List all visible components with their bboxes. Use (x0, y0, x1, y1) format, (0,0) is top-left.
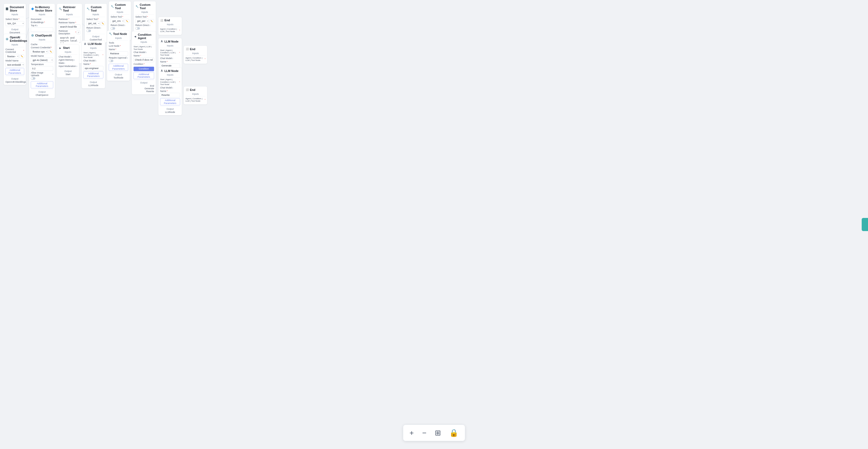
retriever-desc-textarea[interactable]: search and return local file (59, 35, 81, 43)
custom-tool-2-title: Custom Tool (115, 3, 129, 10)
oai-connect-edit-btn[interactable]: ✏️ (20, 54, 24, 58)
end-2-title: End (190, 47, 195, 51)
chat-oai-add-params-btn[interactable]: Additional Parameters (31, 82, 53, 89)
start-agent-memory-label: Agent Memory ℹ (59, 59, 77, 61)
llm3-name-label: Name * (160, 90, 180, 92)
ct2-return-direct-toggle[interactable] (111, 27, 115, 30)
top-k-info-icon: ℹ (37, 24, 38, 27)
teal-sidebar-indicator[interactable] (862, 218, 868, 231)
ct3-return-direct-label: Return Direct ℹ (135, 24, 154, 27)
end-node-2: ⬜ End Inputs Agent | Condition | LLM | T… (184, 46, 207, 64)
tool-node-add-params-btn[interactable]: Additional Parameters (109, 64, 128, 71)
oai-emb-inputs-label: Inputs (5, 43, 24, 46)
llm3-start-label: Start | Agent | Condition | LLM | Tool N… (160, 78, 180, 86)
tool-node: 🔧 Tool Node Inputs Tools LLM Node * Name… (107, 30, 130, 81)
ct3-inputs-label: Inputs (135, 11, 154, 14)
ct1-inputs-label: Inputs (87, 13, 105, 16)
chat-openai-node: ⚙️ ChatOpenAI Inputs Cache Connect Crede… (29, 32, 55, 98)
start-input-mod-label: Input Moderation ℹ (59, 65, 77, 67)
ct3-edit-btn[interactable]: ✏️ (150, 19, 154, 23)
allow-image-toggle[interactable] (31, 77, 35, 79)
llm1-chat-model-label: Chat Model ℹ (83, 59, 103, 62)
ct1-return-direct-toggle[interactable] (87, 30, 91, 32)
end3-agent-label: Agent | Condition | LLM | Tool Node * (185, 97, 206, 102)
condition-agent-node: ◀ Condition Agent Inputs Start | Agent |… (132, 31, 156, 95)
top-k-input[interactable] (31, 27, 53, 32)
llm2-start-label: Start | Agent | Condition | LLM | Tool N… (160, 49, 180, 57)
llm3-add-params-btn[interactable]: Additional Parameters (160, 98, 180, 105)
temperature-input[interactable] (31, 66, 53, 71)
condition-agent-title: Condition Agent (138, 33, 154, 40)
select-store-input[interactable]: ops_QA (5, 21, 24, 26)
tools-label: Tools (109, 41, 128, 44)
cond-agent-inputs-label: Inputs (133, 41, 154, 43)
ct3-tool-select[interactable]: get_person_on_duty (135, 19, 149, 23)
oai-add-params-btn[interactable]: Additional Parameters (5, 68, 24, 75)
cond-condition-label: Condition * (133, 63, 154, 65)
ct2-inputs-label: Inputs (111, 11, 129, 14)
llm1-start-label: Start | Agent | Condition | LLM | Tool N… (83, 52, 103, 59)
document-store-node: 🗄️ Document Store Inputs Select Store * … (4, 4, 26, 36)
tool-node-name-label: Name * (109, 48, 128, 51)
llm-3-title: LLM Node (164, 69, 178, 73)
lock-btn[interactable]: 🔒 (448, 427, 460, 438)
llm1-name-label: Name * (83, 63, 103, 65)
start-state-label: State ℹ (59, 62, 77, 64)
oai-model-label: Model Name (5, 59, 24, 62)
start-icon: ▶ (59, 46, 62, 50)
llm1-name-input[interactable] (83, 66, 103, 70)
ct2-tool-select[interactable]: get_cmdb_data (111, 19, 124, 23)
chat-model-select[interactable]: gpt-4o (latest) (31, 58, 53, 62)
embeddings-label: Embeddings * (31, 21, 53, 24)
chat-openai-icon: ⚙️ (31, 34, 34, 37)
retriever-tool-icon: 🔍 (59, 7, 62, 10)
end3-inputs-label: Inputs (185, 92, 206, 95)
llm1-add-params-btn[interactable]: Additional Parameters (83, 71, 103, 78)
oai-model-select[interactable]: text-embedding-ada-002 (5, 63, 24, 67)
allow-image-label: Allow Image Uploads ℹ (31, 71, 53, 77)
start-node: ▶ Start Inputs Chat Model ℹ Agent Memory… (57, 44, 79, 77)
retriever-tool-title: Retriever Tool (63, 5, 81, 12)
cond-agent-add-params-btn[interactable]: Additional Parameters (133, 72, 154, 79)
end-1-icon: ⬜ (160, 19, 164, 22)
chat-connect-select[interactable]: flowise-openai-key (31, 50, 48, 54)
llm3-name-input[interactable] (160, 93, 180, 97)
vector-store-title: In-Memory Vector Store (35, 5, 53, 12)
tool-node-title: Tool Node (113, 32, 127, 36)
ct1-edit-btn[interactable]: ✏️ (101, 22, 105, 25)
oai-connect-select[interactable]: flowise-openai-key (5, 54, 19, 59)
ct1-tool-select[interactable]: get_cat_picture (87, 21, 100, 26)
cond-generate-label: Generate (133, 88, 154, 90)
fit-btn[interactable]: ⊞ (434, 427, 442, 438)
zoom-out-btn[interactable]: − (421, 428, 428, 438)
require-approval-toggle[interactable] (109, 60, 113, 62)
ct2-select-tool-label: Select Tool * (111, 15, 129, 18)
custom-tool-1-title: Custom Tool (91, 5, 105, 12)
ct3-return-direct-toggle[interactable] (135, 27, 140, 30)
tool-node-inputs-label: Inputs (109, 36, 128, 39)
end-node-3: ⬜ End Inputs Agent | Condition | LLM | T… (184, 86, 207, 104)
chat-connect-edit-btn[interactable]: ✏️ (49, 50, 53, 53)
chat-model-name-label: Model Name (31, 55, 53, 57)
llm-2-icon: A (160, 40, 164, 43)
end1-agent-label: Agent | Condition | LLM | Tool Node * (160, 28, 180, 33)
custom-tool-1-icon: 🔧 (87, 7, 90, 10)
retriever-desc-expand-btn[interactable]: ⤢ (77, 30, 81, 34)
condition-btn[interactable]: Condition (133, 67, 154, 71)
zoom-in-btn[interactable]: + (408, 428, 415, 438)
retriever-name-input[interactable] (59, 24, 81, 29)
ct2-edit-btn[interactable]: ✏️ (125, 19, 129, 23)
custom-tool-3-title: Custom Tool (140, 3, 154, 10)
end-1-title: End (164, 19, 170, 22)
llm3-chat-model-label: Chat Model ℹ (160, 86, 180, 89)
llm3-inputs-label: Inputs (160, 73, 180, 76)
canvas-toolbar: + − ⊞ 🔒 (403, 425, 465, 441)
end-3-title: End (190, 88, 195, 92)
custom-tool-1-node: 🔧 Custom Tool Inputs Select Tool * get_c… (85, 4, 107, 43)
document-store-icon: 🗄️ (5, 7, 9, 10)
chat-openai-title: ChatOpenAI (35, 34, 52, 37)
tool-node-name-input[interactable] (109, 52, 128, 56)
cond-name-input[interactable] (133, 58, 154, 62)
ct1-select-tool-label: Select Tool * (87, 18, 105, 21)
llm-1-icon: A (83, 42, 87, 46)
